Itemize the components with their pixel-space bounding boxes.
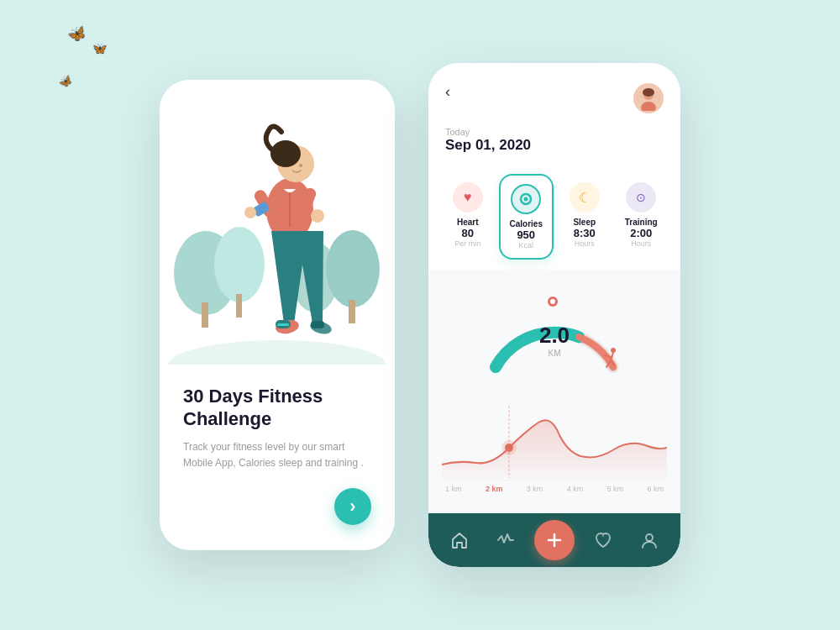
- svg-point-30: [524, 197, 528, 202]
- heart-icon-wrap: ♥: [453, 182, 483, 213]
- svg-rect-3: [202, 302, 208, 328]
- nav-activity[interactable]: [489, 523, 522, 557]
- nav-home[interactable]: [443, 523, 476, 557]
- svg-point-18: [244, 207, 256, 218]
- gauge-container: 2.0 KM: [479, 283, 630, 375]
- training-unit: Hours: [631, 239, 651, 248]
- avatar-image: [636, 86, 661, 111]
- svg-point-32: [550, 299, 555, 304]
- heart-icon: ♥: [464, 190, 472, 205]
- wave-chart: [442, 389, 667, 481]
- training-label: Training: [625, 218, 658, 227]
- sleep-unit: Hours: [575, 239, 595, 248]
- nav-profile[interactable]: [633, 523, 666, 557]
- sleep-value: 8:30: [574, 227, 596, 239]
- phones-container: 30 Days Fitness Challenge Track your fit…: [160, 63, 680, 567]
- chart-section: 1 km 2 km 3 km 4 km 5 km 6 km: [428, 389, 680, 513]
- gauge-value: 2.0: [539, 323, 570, 349]
- butterfly-2: 🦋: [92, 41, 108, 57]
- phone-header: ‹: [428, 63, 680, 123]
- training-icon-wrap: ⊙: [626, 182, 656, 213]
- training-value: 2:00: [630, 227, 652, 239]
- challenge-description: Track your fitness level by our smart Mo…: [183, 439, 371, 471]
- activity-icon: [496, 531, 515, 549]
- stat-sleep[interactable]: ☾ Sleep 8:30 Hours: [559, 174, 611, 260]
- date-label: Today: [445, 127, 664, 137]
- left-phone-content: 30 Days Fitness Challenge Track your fit…: [160, 365, 395, 550]
- left-phone: 30 Days Fitness Challenge Track your fit…: [160, 80, 395, 550]
- sleep-icon-wrap: ☾: [570, 182, 600, 213]
- heart-nav-icon: [594, 531, 612, 549]
- home-icon: [450, 531, 469, 549]
- svg-point-13: [299, 164, 302, 167]
- avatar[interactable]: [633, 83, 664, 113]
- bottom-navigation: [428, 513, 680, 567]
- nav-favorites[interactable]: [586, 523, 620, 557]
- stat-calories[interactable]: Calories 950 Kcal: [499, 174, 554, 260]
- svg-point-8: [326, 230, 380, 307]
- svg-point-39: [646, 534, 653, 541]
- wave-chart-svg: [442, 389, 667, 481]
- sleep-icon: ☾: [579, 190, 591, 206]
- svg-rect-5: [236, 294, 242, 318]
- heart-unit: Per min: [454, 239, 480, 248]
- svg-rect-9: [349, 300, 355, 323]
- chart-labels: 1 km 2 km 3 km 4 km 5 km 6 km: [442, 485, 667, 493]
- nav-add-button[interactable]: [534, 520, 575, 560]
- calories-value: 950: [517, 228, 535, 241]
- chart-label-2km: 2 km: [486, 485, 503, 493]
- back-button[interactable]: ‹: [445, 83, 450, 101]
- heart-value: 80: [462, 227, 474, 239]
- butterfly-3: 🦋: [56, 73, 74, 91]
- training-icon: ⊙: [636, 191, 646, 204]
- calories-icon-wrap: [511, 184, 541, 214]
- runner-icon: [598, 347, 622, 375]
- profile-icon: [640, 531, 659, 549]
- next-button[interactable]: [334, 488, 371, 525]
- calories-icon: [518, 192, 533, 207]
- chart-label-5km: 5 km: [607, 485, 624, 493]
- chart-label-1km: 1 km: [445, 485, 462, 493]
- gauge-unit: KM: [539, 349, 570, 358]
- runner-illustration: [160, 80, 395, 365]
- date-value: Sep 01, 2020: [445, 137, 664, 154]
- plus-icon: [545, 531, 564, 549]
- gauge-section: 2.0 KM: [428, 270, 680, 389]
- chart-label-4km: 4 km: [567, 485, 584, 493]
- illustration-area: [160, 80, 395, 365]
- svg-point-28: [643, 88, 654, 97]
- calories-label: Calories: [510, 219, 543, 228]
- svg-rect-23: [311, 321, 324, 328]
- svg-point-4: [214, 227, 265, 302]
- date-section: Today Sep 01, 2020: [428, 123, 680, 164]
- svg-rect-21: [277, 323, 289, 326]
- sleep-label: Sleep: [573, 218, 596, 227]
- chart-label-3km: 3 km: [527, 485, 543, 493]
- challenge-title: 30 Days Fitness Challenge: [183, 385, 371, 431]
- stats-row: ♥ Heart 80 Per min Calories 950 Kcal: [428, 164, 680, 270]
- calories-unit: Kcal: [518, 241, 533, 249]
- svg-point-17: [311, 209, 324, 223]
- chart-label-6km: 6 km: [647, 485, 664, 493]
- heart-label: Heart: [457, 218, 479, 227]
- butterfly-1: 🦋: [65, 23, 88, 46]
- stat-training[interactable]: ⊙ Training 2:00 Hours: [616, 174, 668, 260]
- gauge-center: 2.0 KM: [539, 323, 570, 358]
- runner-silhouette: [598, 347, 622, 370]
- stat-heart[interactable]: ♥ Heart 80 Per min: [442, 174, 494, 260]
- right-phone: ‹ Today Sep 01, 2020 ♥: [428, 63, 680, 567]
